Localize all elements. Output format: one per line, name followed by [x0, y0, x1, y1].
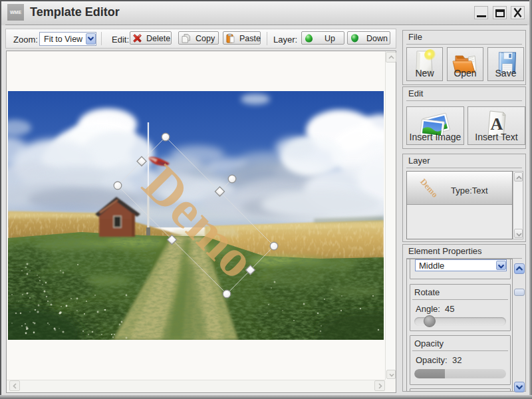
svg-text:Demo: Demo [418, 177, 440, 200]
svg-text:A: A [491, 114, 503, 134]
